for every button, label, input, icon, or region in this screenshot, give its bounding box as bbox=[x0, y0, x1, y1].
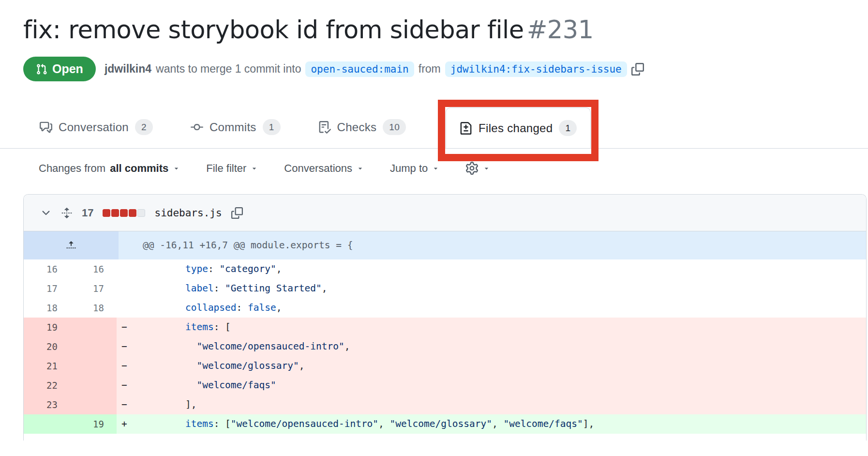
code-token-key: collapsed bbox=[185, 302, 237, 313]
code-line: "welcome/opensauced-intro", bbox=[140, 337, 866, 356]
code-token-constant: false bbox=[248, 302, 276, 313]
new-line-number[interactable]: 16 bbox=[70, 259, 117, 279]
diffstat-deleted-block bbox=[103, 209, 110, 217]
code-line: ], bbox=[140, 395, 866, 414]
code-line: label: "Getting Started", bbox=[140, 279, 866, 298]
diff-row: 23− ], bbox=[24, 395, 866, 414]
code-token-plain bbox=[140, 418, 185, 429]
diff-sign bbox=[117, 279, 140, 298]
new-line-number[interactable] bbox=[70, 395, 117, 414]
file-filter-label: File filter bbox=[206, 162, 246, 175]
copy-branch-button[interactable] bbox=[631, 63, 644, 76]
base-branch-label[interactable]: open-sauced:main bbox=[305, 61, 414, 77]
triangle-down-icon bbox=[483, 165, 490, 172]
jump-to-dropdown[interactable]: Jump to bbox=[390, 162, 439, 175]
diff-sign: − bbox=[117, 318, 140, 337]
file-diff-card: 17 sidebars.js @@ -16,11 +16,7 @@ module… bbox=[23, 194, 867, 441]
tab-checks[interactable]: Checks 10 bbox=[307, 109, 418, 148]
tab-conversation[interactable]: Conversation 2 bbox=[28, 109, 165, 148]
tab-label: Conversation bbox=[59, 121, 129, 134]
old-line-number[interactable]: 20 bbox=[24, 337, 70, 356]
tab-count-badge: 1 bbox=[263, 119, 281, 135]
changes-from-dropdown[interactable]: Changes from all commits bbox=[39, 162, 180, 175]
code-token-string: "welcome/faqs" bbox=[196, 380, 276, 391]
code-token-plain: ], bbox=[583, 418, 594, 429]
triangle-down-icon bbox=[432, 165, 439, 172]
git-pull-request-icon bbox=[36, 63, 47, 75]
code-token-plain: , bbox=[322, 283, 328, 294]
changes-from-value: all commits bbox=[110, 162, 168, 175]
diffstat-blocks bbox=[103, 209, 145, 217]
diff-bottom-spacer bbox=[24, 434, 866, 441]
old-line-number[interactable]: 22 bbox=[24, 376, 70, 395]
diff-sign: − bbox=[117, 395, 140, 414]
file-diff-icon bbox=[460, 122, 472, 135]
chevron-down-icon bbox=[40, 207, 52, 219]
code-token-plain: : bbox=[214, 283, 225, 294]
code-token-string: "welcome/opensauced-intro" bbox=[231, 418, 378, 429]
file-filter-dropdown[interactable]: File filter bbox=[206, 162, 258, 175]
code-line: collapsed: false, bbox=[140, 298, 866, 318]
code-token-plain: , bbox=[299, 360, 305, 371]
tab-files-changed[interactable]: Files changed 1 bbox=[446, 107, 591, 149]
code-token-plain: : [ bbox=[214, 418, 231, 429]
code-token-plain: , bbox=[378, 418, 389, 429]
tab-count-badge: 2 bbox=[135, 119, 153, 135]
fold-up-icon bbox=[66, 240, 76, 251]
conversations-dropdown[interactable]: Conversations bbox=[284, 162, 364, 175]
hunk-row: @@ -16,11 +16,7 @@ module.exports = { bbox=[24, 231, 866, 259]
diff-row: 1616 type: "category", bbox=[24, 259, 866, 279]
old-line-number[interactable]: 19 bbox=[24, 318, 70, 337]
old-line-number[interactable]: 18 bbox=[24, 298, 70, 318]
tab-count-badge: 1 bbox=[559, 120, 577, 136]
old-line-number[interactable]: 17 bbox=[24, 279, 70, 298]
jump-to-label: Jump to bbox=[390, 162, 428, 175]
tab-label: Files changed bbox=[479, 122, 553, 135]
merge-action-text: wants to merge 1 commit into bbox=[156, 62, 301, 76]
comment-discussion-icon bbox=[40, 121, 52, 134]
file-name[interactable]: sidebars.js bbox=[154, 207, 222, 219]
diff-toolbar: Changes from all commits File filter Con… bbox=[39, 162, 868, 175]
old-line-number[interactable]: 21 bbox=[24, 356, 70, 376]
code-token-plain: : bbox=[237, 302, 248, 313]
tab-commits[interactable]: Commits 1 bbox=[179, 109, 292, 148]
author-link[interactable]: jdwilkin4 bbox=[105, 62, 151, 76]
code-token-plain bbox=[140, 302, 185, 313]
diff-sign bbox=[117, 259, 140, 279]
code-token-plain: : [ bbox=[214, 321, 231, 333]
old-line-number[interactable]: 16 bbox=[24, 259, 70, 279]
diff-row: 19+ items: ["welcome/opensauced-intro", … bbox=[24, 414, 866, 434]
expand-hunk-button[interactable] bbox=[24, 231, 119, 259]
code-token-plain bbox=[140, 399, 185, 410]
collapse-file-button[interactable] bbox=[40, 207, 52, 219]
new-line-number[interactable]: 18 bbox=[70, 298, 117, 318]
old-line-number[interactable] bbox=[24, 414, 70, 434]
diff-table: @@ -16,11 +16,7 @@ module.exports = { 16… bbox=[24, 231, 866, 441]
diff-row: 21− "welcome/glossary", bbox=[24, 356, 866, 376]
diff-sign: − bbox=[117, 356, 140, 376]
diff-settings-button[interactable] bbox=[465, 162, 490, 175]
code-token-plain: , bbox=[344, 341, 350, 352]
new-line-number[interactable] bbox=[70, 376, 117, 395]
code-line: type: "category", bbox=[140, 259, 866, 279]
new-line-number[interactable] bbox=[70, 337, 117, 356]
triangle-down-icon bbox=[251, 165, 258, 172]
files-changed-tab-wrap: Files changed 1 bbox=[446, 107, 591, 148]
new-line-number[interactable]: 17 bbox=[70, 279, 117, 298]
tab-label: Commits bbox=[210, 121, 256, 134]
tab-count-badge: 10 bbox=[383, 119, 406, 135]
diff-row: 19− items: [ bbox=[24, 318, 866, 337]
old-line-number[interactable]: 23 bbox=[24, 395, 70, 414]
diff-rows: 1616 type: "category",1717 label: "Getti… bbox=[24, 259, 866, 434]
new-line-number[interactable] bbox=[70, 356, 117, 376]
copy-file-path-button[interactable] bbox=[231, 207, 243, 219]
code-token-plain: ], bbox=[185, 399, 196, 410]
new-line-number[interactable]: 19 bbox=[70, 414, 117, 434]
diffstat-deleted-block bbox=[129, 209, 136, 217]
head-branch-label[interactable]: jdwilkin4:fix-sidebars-issue bbox=[445, 61, 627, 77]
git-commit-icon bbox=[191, 121, 203, 134]
unfold-drag-handle-icon[interactable] bbox=[61, 207, 73, 219]
code-token-plain bbox=[140, 341, 196, 352]
pr-title-text: fix: remove storybook id from sidebar fi… bbox=[23, 15, 524, 44]
new-line-number[interactable] bbox=[70, 318, 117, 337]
